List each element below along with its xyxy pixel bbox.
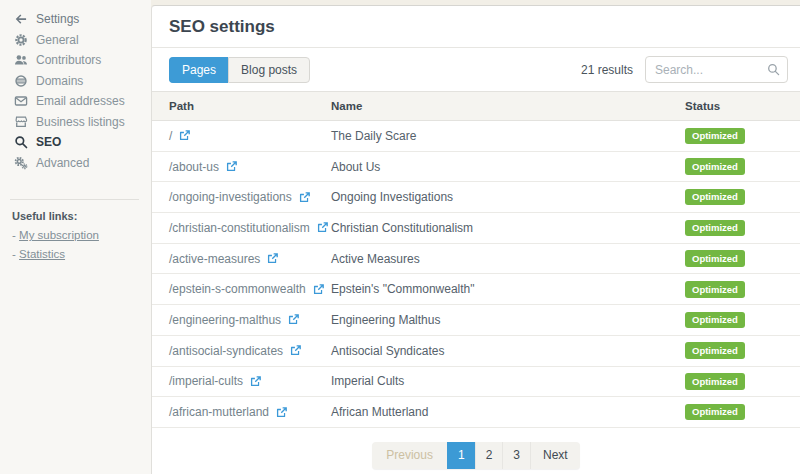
search-box (645, 56, 788, 83)
name-cell: About Us (331, 160, 685, 174)
tab-blog-posts[interactable]: Blog posts (228, 57, 310, 83)
status-badge: Optimized (685, 158, 745, 175)
external-link-icon[interactable] (287, 313, 300, 326)
status-badge: Optimized (685, 128, 745, 145)
path-cell[interactable]: /african-mutterland (152, 405, 331, 419)
external-link-icon[interactable] (316, 221, 329, 234)
external-link-icon[interactable] (298, 191, 311, 204)
table-body: / The Daily Scare Optimized /about-us Ab… (152, 121, 800, 428)
path-text: /epstein-s-commonwealth (169, 282, 306, 296)
pagination-page-1[interactable]: 1 (447, 442, 475, 469)
name-cell: African Mutterland (331, 405, 685, 419)
globe-icon (14, 74, 28, 88)
table-row: /antisocial-syndicates Antisocial Syndic… (152, 336, 800, 367)
tab-pages[interactable]: Pages (169, 57, 228, 83)
sidebar-divider (10, 199, 139, 200)
status-cell: Optimized (685, 373, 800, 390)
status-cell: Optimized (685, 128, 800, 145)
panel-header: SEO settings (152, 6, 800, 48)
status-cell: Optimized (685, 220, 800, 237)
seo-settings-panel: SEO settings Pages Blog posts 21 results… (151, 5, 800, 474)
status-badge: Optimized (685, 189, 745, 206)
path-cell[interactable]: /epstein-s-commonwealth (152, 282, 331, 296)
column-header-status: Status (685, 100, 800, 112)
statistics-link[interactable]: Statistics (19, 248, 65, 260)
sidebar-item-label: SEO (36, 135, 61, 149)
arrow-left-icon (14, 12, 28, 26)
path-cell[interactable]: / (152, 129, 331, 143)
settings-sidebar: Settings General Contributors Domains Em… (0, 0, 151, 474)
status-cell: Optimized (685, 250, 800, 267)
table-row: /african-mutterland African Mutterland O… (152, 397, 800, 428)
useful-link-row: - My subscription (12, 229, 151, 241)
back-to-settings-link[interactable]: Settings (14, 9, 151, 30)
status-cell: Optimized (685, 404, 800, 421)
table-row: / The Daily Scare Optimized (152, 121, 800, 152)
sidebar-item-domains[interactable]: Domains (14, 71, 151, 92)
pagination-previous-button[interactable]: Previous (372, 442, 447, 469)
sidebar-item-business-listings[interactable]: Business listings (14, 112, 151, 133)
cogs-icon (14, 156, 28, 170)
path-text: /engineering-malthus (169, 313, 281, 327)
sidebar-item-advanced[interactable]: Advanced (14, 153, 151, 174)
table-row: /imperial-cults Imperial Cults Optimized (152, 367, 800, 398)
sidebar-item-contributors[interactable]: Contributors (14, 50, 151, 71)
sidebar-item-seo[interactable]: SEO (14, 132, 151, 153)
path-text: /imperial-cults (169, 374, 243, 388)
name-cell: Engineering Malthus (331, 313, 685, 327)
external-link-icon[interactable] (225, 160, 238, 173)
useful-link-row: - Statistics (12, 248, 151, 260)
name-cell: Ongoing Investigations (331, 190, 685, 204)
pagination-page-2[interactable]: 2 (475, 442, 503, 469)
name-cell: Imperial Cults (331, 374, 685, 388)
pagination: Previous 1 2 3 Next (372, 442, 579, 469)
path-cell[interactable]: /ongoing-investigations (152, 190, 331, 204)
table-row: /christian-constitutionalism Christian C… (152, 213, 800, 244)
path-cell[interactable]: /engineering-malthus (152, 313, 331, 327)
status-cell: Optimized (685, 281, 800, 298)
path-cell[interactable]: /imperial-cults (152, 374, 331, 388)
sidebar-item-label: Contributors (36, 53, 101, 67)
path-cell[interactable]: /active-measures (152, 252, 331, 266)
search-icon (14, 135, 28, 149)
sidebar-item-email-addresses[interactable]: Email addresses (14, 91, 151, 112)
sidebar-item-label: Domains (36, 74, 83, 88)
path-cell[interactable]: /antisocial-syndicates (152, 344, 331, 358)
pagination-wrap: Previous 1 2 3 Next (152, 442, 800, 469)
status-cell: Optimized (685, 158, 800, 175)
table-header-row: Path Name Status (152, 91, 800, 121)
name-cell: Epstein's "Commonwealth" (331, 282, 685, 296)
pagination-next-button[interactable]: Next (530, 442, 580, 469)
external-link-icon[interactable] (266, 252, 279, 265)
status-badge: Optimized (685, 404, 745, 421)
external-link-icon[interactable] (178, 129, 191, 142)
external-link-icon[interactable] (249, 375, 262, 388)
path-text: /about-us (169, 160, 219, 174)
path-cell[interactable]: /about-us (152, 160, 331, 174)
name-cell: The Daily Scare (331, 129, 685, 143)
status-badge: Optimized (685, 220, 745, 237)
external-link-icon[interactable] (289, 344, 302, 357)
column-header-name: Name (331, 100, 685, 112)
sidebar-item-label: Email addresses (36, 94, 125, 108)
table-row: /active-measures Active Measures Optimiz… (152, 244, 800, 275)
external-link-icon[interactable] (275, 406, 288, 419)
path-text: / (169, 129, 172, 143)
status-badge: Optimized (685, 373, 745, 390)
status-cell: Optimized (685, 342, 800, 359)
path-cell[interactable]: /christian-constitutionalism (152, 221, 331, 235)
table-row: /about-us About Us Optimized (152, 152, 800, 183)
table-row: /epstein-s-commonwealth Epstein's "Commo… (152, 274, 800, 305)
pagination-page-3[interactable]: 3 (502, 442, 530, 469)
table-row: /ongoing-investigations Ongoing Investig… (152, 182, 800, 213)
status-badge: Optimized (685, 250, 745, 267)
gear-icon (14, 33, 28, 47)
link-prefix: - (12, 248, 16, 260)
useful-links-heading: Useful links: (12, 210, 151, 222)
sidebar-item-label: Advanced (36, 156, 89, 170)
status-badge: Optimized (685, 281, 745, 298)
external-link-icon[interactable] (312, 283, 325, 296)
sidebar-item-general[interactable]: General (14, 30, 151, 51)
my-subscription-link[interactable]: My subscription (19, 229, 99, 241)
status-cell: Optimized (685, 189, 800, 206)
